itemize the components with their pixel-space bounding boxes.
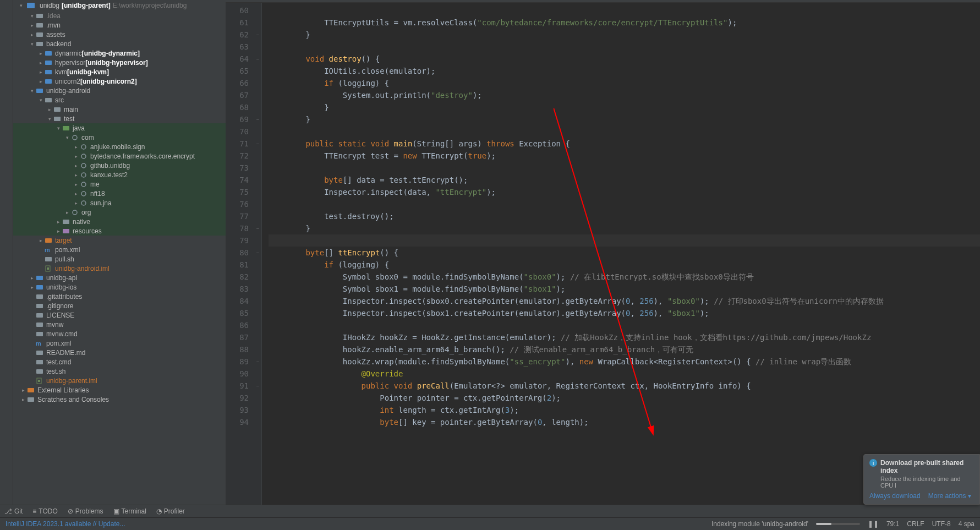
fold-toggle[interactable] [254, 259, 261, 271]
chevron-icon[interactable]: ▸ [29, 275, 35, 281]
tree-item[interactable]: ▾com [13, 133, 226, 142]
notif-action-more[interactable]: More actions ▾ [928, 492, 971, 500]
fold-toggle[interactable] [254, 125, 261, 138]
line-gutter[interactable]: 6061626364656667686970717273747576777879… [226, 3, 254, 505]
tree-item[interactable]: ▸resources [13, 226, 226, 236]
code-line[interactable]: Inspector.inspect(sbox1.createPointer(em… [269, 307, 980, 319]
chevron-icon[interactable]: ▸ [37, 79, 44, 84]
fold-toggle[interactable] [254, 17, 261, 29]
fold-toggle[interactable] [254, 343, 261, 356]
line-number[interactable]: 72 [226, 150, 254, 162]
code-line[interactable]: Pointer pointer = ctx.getPointerArg(2); [269, 392, 980, 404]
line-number[interactable]: 67 [226, 89, 254, 101]
code-line[interactable]: byte[] data = test.ttEncrypt(); [269, 174, 980, 186]
fold-toggle[interactable] [254, 101, 261, 113]
tree-item[interactable]: mpom.xml [13, 245, 226, 254]
code-line[interactable] [269, 125, 980, 138]
tree-item[interactable]: unidbg-parent.iml [13, 376, 226, 385]
tree-item[interactable]: mvnw.cmd [13, 329, 226, 338]
fold-toggle[interactable]: − [254, 53, 261, 65]
tree-item[interactable]: pull.sh [13, 254, 226, 264]
fold-toggle[interactable] [254, 162, 261, 174]
line-number[interactable]: 68 [226, 101, 254, 113]
code-line[interactable]: test.destroy(); [269, 210, 980, 222]
chevron-icon[interactable]: ▾ [29, 88, 35, 94]
line-number[interactable]: 87 [226, 331, 254, 343]
line-number[interactable]: 70 [226, 125, 254, 138]
code-line[interactable]: Symbol sbox0 = module.findSymbolByName("… [269, 271, 980, 283]
line-number[interactable]: 82 [226, 271, 254, 283]
tree-item[interactable]: ▸.mvn [13, 20, 226, 30]
line-number[interactable]: 62 [226, 29, 254, 41]
project-root-header[interactable]: ▾ unidbg [unidbg-parent] E:\work\myproje… [13, 0, 226, 11]
chevron-icon[interactable]: ▸ [73, 172, 79, 178]
tree-item[interactable]: ▾.idea [13, 11, 226, 20]
code-line[interactable] [269, 4, 980, 17]
fold-toggle[interactable] [254, 368, 261, 380]
tree-item[interactable]: ▸hypervisor [unidbg-hypervisor] [13, 58, 226, 67]
tree-item[interactable]: ▾test [13, 114, 226, 123]
line-number[interactable]: 94 [226, 416, 254, 428]
tree-item[interactable]: ▸unidbg-api [13, 273, 226, 282]
code-line[interactable] [269, 319, 980, 331]
code-line[interactable] [269, 162, 980, 174]
code-line[interactable]: byte[] ttEncrypt() { [269, 247, 980, 259]
line-number[interactable]: 93 [226, 404, 254, 416]
fold-toggle[interactable]: − [254, 29, 261, 41]
line-number[interactable]: 89 [226, 356, 254, 368]
chevron-icon[interactable]: ▾ [37, 97, 44, 103]
line-number[interactable]: 74 [226, 174, 254, 186]
code-line[interactable]: void destroy() { [269, 53, 980, 65]
fold-toggle[interactable] [254, 89, 261, 101]
project-tree[interactable]: ▾.idea▸.mvn▸assets▾backend▸dynarmic [uni… [13, 11, 226, 505]
tree-item[interactable]: ▾backend [13, 39, 226, 48]
code-line[interactable]: if (logging) { [269, 259, 980, 271]
line-number[interactable]: 85 [226, 307, 254, 319]
tree-item[interactable]: ▸assets [13, 30, 226, 39]
code-area[interactable]: TTEncryptUtils = vm.resolveClass("com/by… [262, 3, 980, 505]
fold-toggle[interactable] [254, 234, 261, 247]
fold-toggle[interactable] [254, 174, 261, 186]
notif-action-always[interactable]: Always download [869, 492, 921, 500]
chevron-icon[interactable]: ▸ [20, 387, 26, 393]
line-number[interactable]: 73 [226, 162, 254, 174]
fold-toggle[interactable] [254, 307, 261, 319]
line-number[interactable]: 64 [226, 53, 254, 65]
tree-item[interactable]: ▸main [13, 105, 226, 114]
line-number[interactable]: 76 [226, 198, 254, 210]
tree-item[interactable]: test.cmd [13, 357, 226, 367]
tree-item[interactable]: ▸me [13, 179, 226, 189]
code-line[interactable]: } [269, 222, 980, 234]
tree-item[interactable]: unidbg-android.iml [13, 264, 226, 273]
line-number[interactable]: 66 [226, 77, 254, 89]
tree-item[interactable]: ▾unidbg-android [13, 86, 226, 95]
code-line[interactable]: byte[] key = pointer.getByteArray(0, len… [269, 416, 980, 428]
fold-toggle[interactable] [254, 319, 261, 331]
chevron-icon[interactable]: ▸ [73, 182, 79, 187]
tool-terminal[interactable]: ▣Terminal [113, 507, 146, 515]
line-number[interactable]: 77 [226, 210, 254, 222]
chevron-down-icon[interactable]: ▾ [18, 3, 24, 8]
tree-item[interactable]: README.md [13, 348, 226, 357]
chevron-icon[interactable]: ▸ [55, 228, 62, 234]
code-line[interactable]: } [269, 113, 980, 125]
fold-toggle[interactable] [254, 331, 261, 343]
code-line[interactable] [269, 198, 980, 210]
code-line[interactable]: int length = ctx.getIntArg(3); [269, 404, 980, 416]
fold-toggle[interactable]: − [254, 113, 261, 125]
fold-toggle[interactable] [254, 392, 261, 404]
tree-item[interactable]: ▸sun.jna [13, 198, 226, 207]
code-line[interactable]: TTEncrypt test = new TTEncrypt(true); [269, 150, 980, 162]
chevron-icon[interactable]: ▾ [29, 41, 35, 47]
fold-toggle[interactable]: − [254, 356, 261, 368]
fold-toggle[interactable] [254, 150, 261, 162]
fold-toggle[interactable] [254, 186, 261, 198]
code-line[interactable]: } [269, 29, 980, 41]
tree-item[interactable]: ▸target [13, 236, 226, 245]
line-number[interactable]: 91 [226, 380, 254, 392]
code-line[interactable]: IHookZz hookZz = HookZz.getInstance(emul… [269, 331, 980, 343]
tool-profiler[interactable]: ◔Profiler [156, 507, 185, 515]
tree-item[interactable]: ▸nft18 [13, 189, 226, 198]
chevron-icon[interactable]: ▸ [73, 163, 79, 168]
fold-toggle[interactable]: − [254, 138, 261, 150]
